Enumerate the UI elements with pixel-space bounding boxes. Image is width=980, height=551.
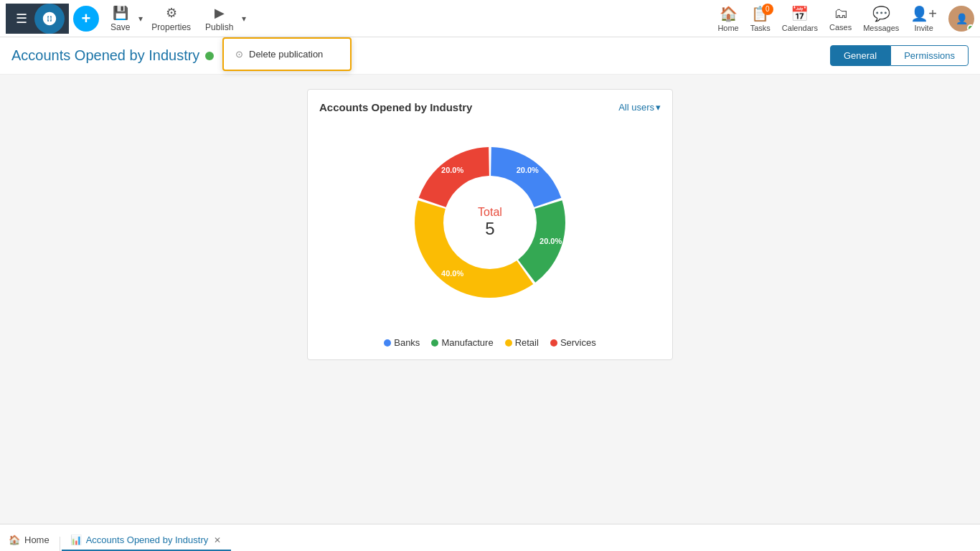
nav-calendars[interactable]: 📅 Calendars: [782, 5, 818, 32]
save-icon: 💾: [113, 5, 128, 21]
home-icon: 🏠: [720, 5, 738, 22]
legend-item-services: Services: [550, 337, 596, 348]
chart-card: Accounts Opened by Industry All users ▾: [307, 89, 673, 360]
page-title: Accounts Opened by Industry: [11, 47, 199, 64]
chart-card-header: Accounts Opened by Industry All users ▾: [319, 101, 661, 113]
publish-dropdown-arrow[interactable]: ▾: [240, 11, 248, 27]
banks-segment: [491, 147, 561, 207]
chart-container: 20.0%20.0%40.0%20.0% Total 5 BanksManufa…: [319, 122, 661, 348]
main-content: Accounts Opened by Industry All users ▾: [0, 75, 980, 524]
nav-home-label: Home: [717, 24, 738, 32]
tab-separator: [60, 537, 60, 551]
svg-text:20.0%: 20.0%: [517, 166, 539, 174]
donut-chart: 20.0%20.0%40.0%20.0% Total 5: [390, 122, 590, 323]
toolbar: ☰ + 💾 Save ▾ ⚙ Properties ▶ Publish ▾: [0, 0, 980, 37]
legend-label: Banks: [394, 337, 420, 348]
tasks-badge: 0: [762, 4, 773, 15]
total-value: 5: [478, 219, 502, 239]
nav-messages-label: Messages: [863, 24, 899, 32]
add-button[interactable]: +: [73, 6, 99, 32]
delete-publication-label: Delete publication: [249, 49, 323, 60]
page-title-area: Accounts Opened by Industry: [11, 47, 214, 64]
toolbar-dark-section: ☰: [6, 4, 69, 34]
tab-home[interactable]: 🏠 Home: [0, 530, 58, 551]
legend-item-retail: Retail: [505, 337, 539, 348]
legend-item-manufacture: Manufacture: [431, 337, 493, 348]
legend-dot: [431, 339, 438, 347]
tab-accounts-label: Accounts Opened by Industry: [86, 534, 209, 545]
chevron-down-icon: ▾: [656, 102, 661, 113]
home-tab-label: Home: [24, 534, 50, 545]
retail-segment: [415, 200, 533, 298]
nav-messages[interactable]: 💬 Messages: [863, 5, 899, 32]
legend-dot: [505, 339, 512, 347]
save-action-group: 💾 Save ▾: [103, 2, 144, 35]
properties-action-group: ⚙ Properties: [144, 2, 198, 35]
cases-icon: 🗂: [834, 5, 848, 22]
nav-cases-label: Cases: [829, 23, 852, 32]
home-tab-icon: 🏠: [9, 534, 20, 545]
legend-dot: [550, 339, 557, 347]
properties-icon: ⚙: [166, 5, 177, 21]
hamburger-button[interactable]: ☰: [10, 5, 33, 32]
publish-icon: ▶: [215, 5, 225, 21]
publish-button[interactable]: ▶ Publish: [198, 2, 240, 35]
svg-text:40.0%: 40.0%: [441, 269, 463, 278]
tab-bar: 🏠 Home 📊 Accounts Opened by Industry ✕: [0, 524, 980, 551]
publish-action-group: ▶ Publish ▾: [198, 2, 248, 35]
general-button[interactable]: General: [830, 45, 890, 66]
chart-title: Accounts Opened by Industry: [319, 101, 472, 113]
online-indicator: [967, 24, 974, 32]
nav-invite[interactable]: 👤+ Invite: [910, 5, 937, 32]
tab-accounts-opened[interactable]: 📊 Accounts Opened by Industry ✕: [62, 530, 232, 551]
legend-label: Manufacture: [441, 337, 493, 348]
chart-legend: BanksManufactureRetailServices: [384, 337, 596, 348]
all-users-label: All users: [618, 102, 654, 113]
user-avatar[interactable]: 👤: [948, 6, 974, 32]
nav-home[interactable]: 🏠 Home: [717, 5, 738, 32]
svg-point-0: [47, 17, 52, 21]
nav-tasks[interactable]: 0 📋 Tasks: [750, 5, 771, 32]
nav-tasks-label: Tasks: [750, 24, 771, 32]
save-button[interactable]: 💾 Save: [103, 2, 137, 35]
toolbar-right: 🏠 Home 0 📋 Tasks 📅 Calendars 🗂 Cases 💬 M…: [717, 5, 974, 32]
header-buttons: General Permissions: [830, 45, 969, 66]
all-users-button[interactable]: All users ▾: [618, 102, 661, 113]
legend-label: Retail: [515, 337, 539, 348]
delete-publication-item[interactable]: ⊙ Delete publication: [224, 43, 350, 65]
page-header: Accounts Opened by Industry General Perm…: [0, 37, 980, 75]
svg-text:20.0%: 20.0%: [441, 166, 463, 174]
legend-item-banks: Banks: [384, 337, 420, 348]
calendars-icon: 📅: [791, 5, 809, 22]
delete-publication-icon: ⊙: [235, 49, 243, 60]
tab-close-button[interactable]: ✕: [212, 535, 222, 545]
invite-icon: 👤+: [910, 5, 937, 22]
total-label: Total: [478, 206, 502, 219]
save-dropdown-arrow[interactable]: ▾: [137, 11, 144, 27]
publish-dropdown-menu: ⊙ Delete publication: [222, 37, 352, 71]
nav-cases[interactable]: 🗂 Cases: [829, 5, 852, 32]
properties-label: Properties: [151, 22, 191, 32]
logo-button[interactable]: [34, 4, 65, 34]
nav-calendars-label: Calendars: [782, 24, 818, 32]
permissions-button[interactable]: Permissions: [890, 45, 969, 66]
services-segment: [419, 147, 489, 207]
publish-label: Publish: [205, 22, 233, 32]
properties-button[interactable]: ⚙ Properties: [144, 2, 198, 35]
messages-icon: 💬: [872, 5, 890, 22]
legend-dot: [384, 339, 391, 347]
tab-chart-icon: 📊: [70, 534, 82, 545]
legend-label: Services: [560, 337, 596, 348]
nav-invite-label: Invite: [915, 24, 933, 32]
save-label: Save: [110, 22, 130, 32]
svg-text:20.0%: 20.0%: [540, 237, 562, 245]
donut-center: Total 5: [478, 206, 502, 239]
status-dot: [205, 52, 214, 60]
